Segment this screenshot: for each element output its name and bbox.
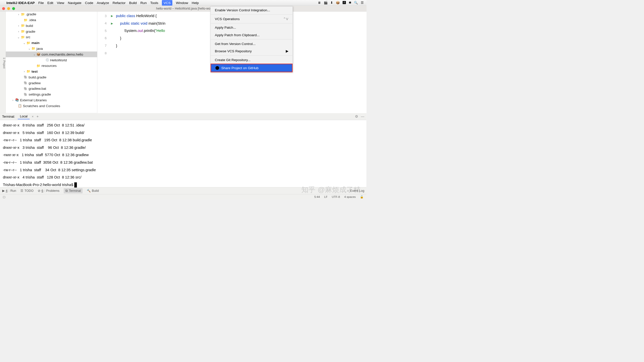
tree-item[interactable]: ⌄📦com.mechanitis.demo.hello (6, 52, 97, 57)
menu-build[interactable]: Build (129, 1, 137, 5)
line-ending[interactable]: LF (324, 195, 328, 199)
vcs-menu-item[interactable]: VCS Operations⌃V (211, 15, 293, 23)
tree-item[interactable]: ›📁test (6, 69, 97, 74)
status-icon[interactable]: ▢ (3, 195, 6, 199)
menu-edit[interactable]: Edit (47, 1, 53, 5)
encoding[interactable]: UTF-8 (332, 195, 340, 199)
menubar-right: 🖥 🎬 ⬇ 📦 🅰 ✱ 🔍 ☰ (318, 1, 364, 5)
menu-refactor[interactable]: Refactor (113, 1, 126, 5)
menu-vcs[interactable]: VCS (162, 0, 172, 6)
menu-help[interactable]: Help (192, 1, 199, 5)
project-tree[interactable]: ›📁.gradle📁.idea›📁build›📁gradle⌄📁src⌄📁mai… (6, 12, 97, 113)
tree-item[interactable]: 🐘settings.gradle (6, 92, 97, 97)
maximize-button[interactable] (12, 7, 15, 10)
tree-item[interactable]: 🐘gradlew (6, 80, 97, 86)
tree-item[interactable]: ⌄📁java (6, 46, 97, 52)
lock-icon[interactable]: 🔓 (360, 195, 364, 199)
movie-icon[interactable]: 🎬 (324, 1, 328, 5)
display-icon[interactable]: 🖥 (318, 1, 321, 5)
close-button[interactable] (2, 7, 5, 10)
macos-menubar: IntelliJ IDEA-EAP File Edit View Navigat… (0, 0, 367, 6)
terminal-label: Terminal: (2, 115, 15, 118)
project-tab[interactable]: 1: Project (3, 58, 6, 68)
vcs-dropdown-menu: Enable Version Control Integration...VCS… (210, 6, 293, 72)
tab-problems[interactable]: ⊘ 6: Problems (38, 189, 59, 193)
tree-item[interactable]: ›📁build (6, 23, 97, 29)
minimize-icon[interactable]: — (361, 114, 364, 118)
search-icon[interactable]: 🔍 (354, 1, 358, 5)
tree-item[interactable]: ›📁gradle (6, 29, 97, 34)
menu-navigate[interactable]: Navigate (68, 1, 82, 5)
watermark: 知乎 @麻烦成了精 (301, 185, 361, 195)
tree-item[interactable]: ⌄📁src (6, 34, 97, 40)
tab-todo[interactable]: ☰ TODO (20, 189, 33, 193)
tree-item[interactable]: 🐘build.gradle (6, 74, 97, 80)
tab-run[interactable]: ▶ 4: Run (2, 189, 16, 193)
main-area: 1: Project ›📁.gradle📁.idea›📁build›📁gradl… (0, 12, 367, 113)
terminal-panel: Terminal: Local × + ⚙ — drwxr-xr-x 8 tri… (0, 113, 367, 187)
tree-item[interactable]: ›📚External Libraries (6, 97, 97, 103)
vcs-menu-item[interactable]: Apply Patch... (211, 24, 293, 31)
vcs-menu-item[interactable]: Create Git Repository... (211, 56, 293, 64)
terminal-tab-local[interactable]: Local (18, 114, 30, 119)
tree-item[interactable]: 🐘gradlew.bat (6, 86, 97, 92)
menu-view[interactable]: View (57, 1, 64, 5)
settings-icon[interactable]: ✱ (349, 1, 351, 5)
vcs-menu-item[interactable]: Share Project on GitHub (211, 64, 293, 72)
tree-item[interactable]: 📁resources (6, 63, 97, 69)
terminal-add-icon[interactable]: + (36, 114, 39, 119)
tree-item[interactable]: ⒸHelloWorld (6, 57, 97, 63)
dropbox-icon[interactable]: ⬇ (330, 1, 333, 5)
window-titlebar: hello-world – HelloWorld.java [hello-wo (0, 6, 367, 12)
tree-item[interactable]: 📁.idea (6, 17, 97, 23)
vcs-menu-item[interactable]: Apply Patch from Clipboard... (211, 31, 293, 39)
github-icon (215, 66, 219, 70)
terminal-tabs: Terminal: Local × + ⚙ — (0, 113, 367, 120)
menu-analyze[interactable]: Analyze (97, 1, 109, 5)
left-sidebar: 1: Project (0, 12, 6, 113)
terminal-close-icon[interactable]: × (32, 115, 33, 118)
window-title: hello-world – HelloWorld.java [hello-wo (156, 7, 210, 10)
gear-icon[interactable]: ⚙ (355, 114, 358, 118)
tab-build[interactable]: 🔨 Build (87, 189, 99, 193)
minimize-button[interactable] (7, 7, 10, 10)
tree-item[interactable]: 📋Scratches and Consoles (6, 103, 97, 109)
vcs-menu-item[interactable]: Enable Version Control Integration... (211, 7, 293, 14)
app-name[interactable]: IntelliJ IDEA-EAP (7, 1, 35, 5)
menu-window[interactable]: Window (176, 1, 188, 5)
menu-tools[interactable]: Tools (150, 1, 158, 5)
menu-code[interactable]: Code (85, 1, 93, 5)
adobe-icon[interactable]: 🅰 (343, 1, 346, 5)
vcs-menu-item[interactable]: Browse VCS Repository▶ (211, 48, 293, 55)
box-icon[interactable]: 📦 (336, 1, 340, 5)
menu-run[interactable]: Run (140, 1, 147, 5)
vcs-menu-item[interactable]: Get from Version Control... (211, 40, 293, 48)
indent[interactable]: 4 spaces (344, 195, 356, 199)
cursor-position[interactable]: 5:44 (314, 195, 320, 199)
tree-item[interactable]: ›📁.gradle (6, 12, 97, 17)
menu-icon[interactable]: ☰ (361, 1, 364, 5)
status-bar: ▢ 5:44 LF UTF-8 4 spaces 🔓 (0, 194, 367, 200)
terminal-content[interactable]: drwxr-xr-x 8 trisha staff 256 Oct 8 12:5… (0, 120, 367, 187)
menu-file[interactable]: File (38, 1, 44, 5)
tab-terminal[interactable]: ⧉ Terminal (64, 188, 83, 193)
traffic-lights (2, 7, 15, 10)
gutter: 3▶4▶5678 (97, 12, 110, 113)
tree-item[interactable]: ⌄📁main (6, 40, 97, 46)
